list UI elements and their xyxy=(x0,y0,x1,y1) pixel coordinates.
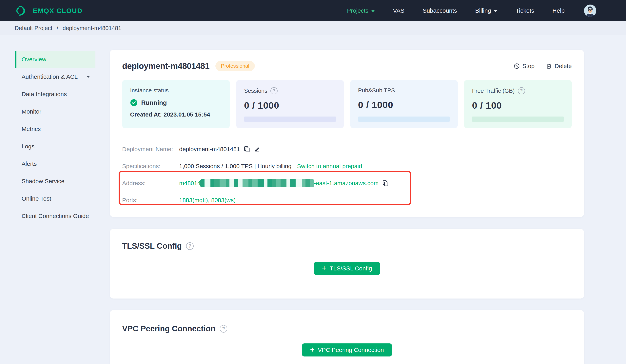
chevron-down-icon xyxy=(371,10,375,12)
nav-item-vas[interactable]: VAS xyxy=(393,7,404,14)
switch-annual-prepaid-link[interactable]: Switch to annual prepaid xyxy=(297,163,362,170)
help-icon[interactable]: ? xyxy=(186,242,194,250)
sidebar-item-logs[interactable]: Logs xyxy=(15,138,95,155)
status-text: Running xyxy=(141,99,167,107)
plus-icon: + xyxy=(322,264,326,272)
sidebar-item-overview[interactable]: Overview xyxy=(15,51,95,68)
sessions-progress xyxy=(244,116,336,122)
help-icon[interactable]: ? xyxy=(271,87,277,94)
chevron-down-icon xyxy=(494,10,497,12)
deployment-name-value: deployment-m4801481 xyxy=(179,146,240,152)
tls-ssl-section: TLS/SSL Config ? + TLS/SSL Config xyxy=(110,229,584,298)
brand-name: EMQX CLOUD xyxy=(33,7,82,15)
breadcrumb-separator: / xyxy=(57,25,58,32)
sidebar-item-data-integrations[interactable]: Data Integrations xyxy=(15,85,95,103)
deployment-info: Deployment Name: deployment-m4801481 xyxy=(122,141,572,209)
trash-icon xyxy=(546,63,552,69)
address-row: Address: m48014 -east-1.amazonaws.com xyxy=(122,175,572,192)
deployment-name-row: Deployment Name: deployment-m4801481 xyxy=(122,141,572,158)
address-suffix: -east-1.amazonaws.com xyxy=(314,180,379,186)
add-tls-ssl-config-button[interactable]: + TLS/SSL Config xyxy=(314,262,380,275)
top-navbar: EMQX CLOUD Projects VAS Subaccounts Bill… xyxy=(0,0,626,21)
breadcrumb: Default Project / deployment-m4801481 xyxy=(0,21,626,35)
sidebar-item-metrics[interactable]: Metrics xyxy=(15,120,95,138)
vpc-section-title: VPC Peering Connection xyxy=(122,324,215,333)
plus-icon: + xyxy=(310,346,314,354)
check-circle-icon xyxy=(130,99,138,107)
delete-button[interactable]: Delete xyxy=(546,63,572,70)
pubsub-progress xyxy=(358,116,450,122)
free-traffic-value: 0 / 100 xyxy=(472,100,564,111)
stop-icon xyxy=(513,63,520,69)
vpc-peering-section: VPC Peering Connection ? + VPC Peering C… xyxy=(110,310,584,364)
sidebar-item-monitor[interactable]: Monitor xyxy=(15,103,95,120)
breadcrumb-project[interactable]: Default Project xyxy=(15,25,52,32)
instance-status-card: Instance status Running Created At: 2023… xyxy=(122,80,230,128)
sidebar-item-client-connections-guide[interactable]: Client Connections Guide xyxy=(15,207,95,225)
sidebar-item-online-test[interactable]: Online Test xyxy=(15,190,95,207)
created-at: Created At: 2023.01.05 15:54 xyxy=(130,111,222,118)
edit-icon[interactable] xyxy=(254,146,261,152)
ports-value: 1883(mqtt), 8083(ws) xyxy=(179,197,235,204)
plan-badge: Professional xyxy=(215,61,255,71)
traffic-progress xyxy=(472,116,564,122)
pubsub-tps-card: Pub&Sub TPS 0 / 1000 xyxy=(350,80,458,128)
ports-row: Ports: 1883(mqtt), 8083(ws) xyxy=(122,192,572,209)
stop-button[interactable]: Stop xyxy=(513,63,535,70)
nav-item-tickets[interactable]: Tickets xyxy=(515,7,534,14)
specifications-row: Specifications: 1,000 Sessions / 1,000 T… xyxy=(122,158,572,175)
add-vpc-peering-button[interactable]: + VPC Peering Connection xyxy=(302,343,392,357)
nav-item-projects[interactable]: Projects xyxy=(347,7,375,14)
chevron-down-icon xyxy=(87,76,90,78)
copy-icon[interactable] xyxy=(382,180,389,186)
main-nav: Projects VAS Subaccounts Billing Tickets… xyxy=(347,4,596,17)
nav-item-subaccounts[interactable]: Subaccounts xyxy=(423,7,457,14)
emqx-logo-icon xyxy=(14,5,28,16)
brand[interactable]: EMQX CLOUD xyxy=(14,5,82,16)
help-icon[interactable]: ? xyxy=(518,87,525,94)
pubsub-tps-value: 0 / 1000 xyxy=(358,99,450,110)
help-icon[interactable]: ? xyxy=(220,325,227,332)
page-title: deployment-m4801481 xyxy=(122,61,209,71)
nav-item-billing[interactable]: Billing xyxy=(475,7,497,14)
sessions-card: Sessions ? 0 / 1000 xyxy=(236,80,344,128)
sidebar: Overview Authentication & ACL Data Integ… xyxy=(0,35,95,225)
specifications-value: 1,000 Sessions / 1,000 TPS | Hourly bill… xyxy=(179,163,292,170)
sidebar-item-alerts[interactable]: Alerts xyxy=(15,155,95,173)
sessions-value: 0 / 1000 xyxy=(244,100,336,111)
sidebar-item-shadow-service[interactable]: Shadow Service xyxy=(15,173,95,190)
copy-icon[interactable] xyxy=(243,146,250,152)
tls-section-title: TLS/SSL Config xyxy=(122,242,182,251)
sidebar-item-authentication-acl[interactable]: Authentication & ACL xyxy=(15,68,95,85)
stats-row: Instance status Running Created At: 2023… xyxy=(122,80,572,128)
address-prefix: m48014 xyxy=(179,180,200,186)
breadcrumb-deployment: deployment-m4801481 xyxy=(63,25,121,32)
free-traffic-card: Free Traffic (GB) ? 0 / 100 xyxy=(464,80,572,128)
nav-item-help[interactable]: Help xyxy=(552,7,565,14)
address-redacted xyxy=(200,179,314,187)
user-avatar[interactable] xyxy=(584,4,596,17)
main-content: deployment-m4801481 Professional Stop xyxy=(95,35,626,364)
deployment-overview-card: deployment-m4801481 Professional Stop xyxy=(110,50,584,217)
